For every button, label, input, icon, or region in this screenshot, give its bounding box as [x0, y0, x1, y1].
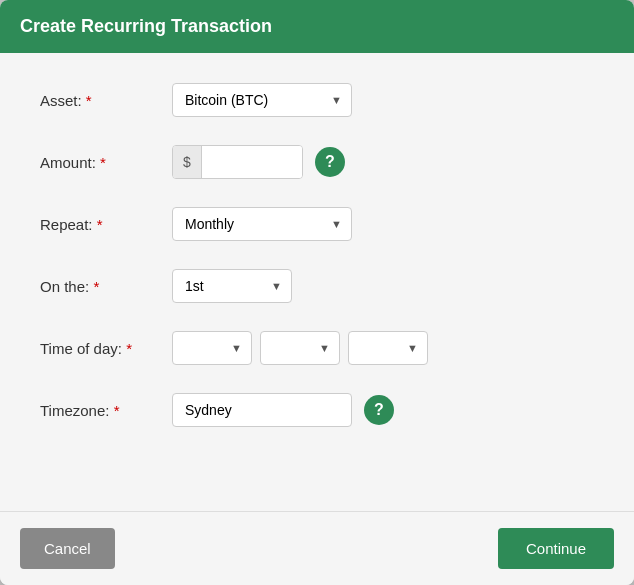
timezone-row: Timezone: * ?: [40, 393, 594, 427]
create-recurring-transaction-dialog: Create Recurring Transaction Asset: * Bi…: [0, 0, 634, 585]
repeat-label: Repeat: *: [40, 216, 160, 233]
amount-input[interactable]: [202, 146, 302, 178]
amount-label: Amount: *: [40, 154, 160, 171]
timezone-help-icon[interactable]: ?: [364, 395, 394, 425]
asset-row: Asset: * Bitcoin (BTC) Ethereum (ETH) Li…: [40, 83, 594, 117]
time-ampm-select-wrapper: AMPM: [348, 331, 428, 365]
dialog-title: Create Recurring Transaction: [20, 16, 272, 36]
time-hour-select[interactable]: 010203 040506 070809 101112: [172, 331, 252, 365]
on-the-select[interactable]: 1st 2nd 3rd 4th 5th 10th 15th 20th 25th …: [172, 269, 292, 303]
time-ampm-select[interactable]: AMPM: [348, 331, 428, 365]
repeat-row: Repeat: * Daily Weekly Monthly Yearly: [40, 207, 594, 241]
on-the-row: On the: * 1st 2nd 3rd 4th 5th 10th 15th …: [40, 269, 594, 303]
continue-button[interactable]: Continue: [498, 528, 614, 569]
repeat-select[interactable]: Daily Weekly Monthly Yearly: [172, 207, 352, 241]
asset-label: Asset: *: [40, 92, 160, 109]
time-min-select[interactable]: 00153045: [260, 331, 340, 365]
on-the-label: On the: *: [40, 278, 160, 295]
amount-prefix: $: [173, 146, 202, 178]
dialog-footer: Cancel Continue: [0, 511, 634, 585]
cancel-button[interactable]: Cancel: [20, 528, 115, 569]
amount-wrapper: $: [172, 145, 303, 179]
timezone-input[interactable]: [172, 393, 352, 427]
asset-select[interactable]: Bitcoin (BTC) Ethereum (ETH) Litecoin (L…: [172, 83, 352, 117]
asset-select-wrapper: Bitcoin (BTC) Ethereum (ETH) Litecoin (L…: [172, 83, 352, 117]
repeat-required: *: [97, 216, 103, 233]
on-the-required: *: [93, 278, 99, 295]
dialog-body: Asset: * Bitcoin (BTC) Ethereum (ETH) Li…: [0, 53, 634, 511]
timezone-required: *: [114, 402, 120, 419]
dialog-header: Create Recurring Transaction: [0, 0, 634, 53]
time-wrapper: 010203 040506 070809 101112 00153045: [172, 331, 428, 365]
time-row: Time of day: * 010203 040506 070809 1011…: [40, 331, 594, 365]
amount-row: Amount: * $ ?: [40, 145, 594, 179]
amount-help-icon[interactable]: ?: [315, 147, 345, 177]
time-required: *: [126, 340, 132, 357]
repeat-select-wrapper: Daily Weekly Monthly Yearly: [172, 207, 352, 241]
time-min-select-wrapper: 00153045: [260, 331, 340, 365]
asset-required: *: [86, 92, 92, 109]
timezone-label: Timezone: *: [40, 402, 160, 419]
amount-required: *: [100, 154, 106, 171]
time-hour-select-wrapper: 010203 040506 070809 101112: [172, 331, 252, 365]
time-label: Time of day: *: [40, 340, 160, 357]
on-the-select-wrapper: 1st 2nd 3rd 4th 5th 10th 15th 20th 25th …: [172, 269, 292, 303]
